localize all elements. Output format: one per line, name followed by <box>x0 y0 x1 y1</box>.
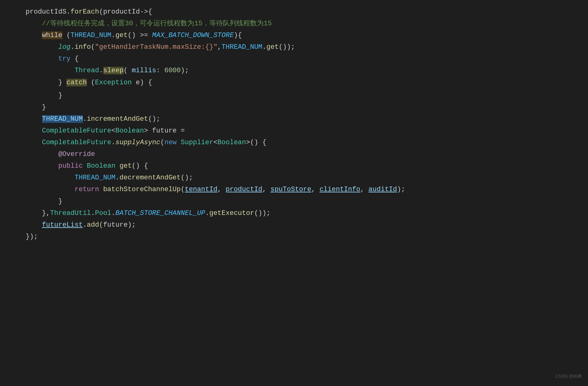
code-line-20: futureList.add(future); <box>9 219 588 231</box>
watermark: CSDN @柏稀 <box>555 373 582 380</box>
code-line-2: //等待线程任务完成，设置30，可令运行线程数为15，等待队列线程数为15 <box>9 18 588 30</box>
code-line-5: try { <box>9 53 588 65</box>
code-line-21: }); <box>9 231 588 243</box>
code-line-14: @Override <box>9 149 588 160</box>
code-editor: productIdS.forEach(productId->{ //等待线程任务… <box>0 0 588 249</box>
code-line-12: CompletableFuture<Boolean> future = <box>9 125 588 137</box>
code-line-18: } <box>9 196 588 208</box>
code-line-19: },ThreadUtil.Pool.BATCH_STORE_CHANNEL_UP… <box>9 208 588 219</box>
code-line-16: THREAD_NUM.decrementAndGet(); <box>9 172 588 184</box>
code-line-15: public Boolean get() { <box>9 160 588 172</box>
code-line-11: THREAD_NUM.incrementAndGet(); <box>9 113 588 125</box>
code-line-9: } <box>9 90 588 102</box>
code-line-6: Thread.sleep( millis: 6000); <box>9 65 588 77</box>
code-line-4: log.info("getHandlerTaskNum.maxSize:{}",… <box>9 41 588 53</box>
code-line-10: } <box>9 102 588 113</box>
code-line-3: while (THREAD_NUM.get() >= MAX_BATCH_DOW… <box>9 30 588 41</box>
code-line-13: CompletableFuture.supplyAsync(new Suppli… <box>9 137 588 149</box>
code-line-7: } catch (Exception e) { <box>9 77 588 89</box>
code-line-17: return batchStoreChannelUp(tenantId, pro… <box>9 184 588 195</box>
code-line-1: productIdS.forEach(productId->{ <box>9 6 588 18</box>
